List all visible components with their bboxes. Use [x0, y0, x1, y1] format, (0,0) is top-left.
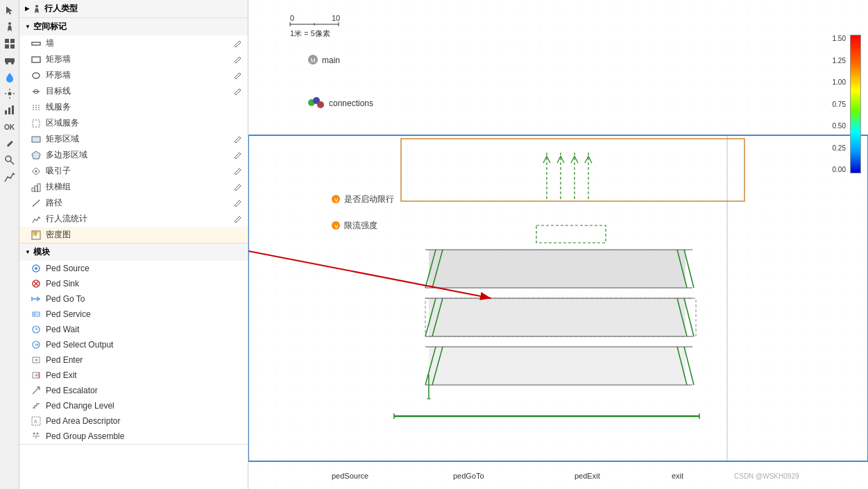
cursor-tool[interactable] — [2, 3, 17, 18]
ring-wall-icon — [31, 70, 42, 81]
item-escalator-group[interactable]: 扶梯组 — [19, 179, 248, 195]
path-edit-icon[interactable] — [232, 198, 242, 208]
item-ped-change-level-label: Ped Change Level — [46, 401, 114, 411]
svg-point-6 — [6, 62, 8, 65]
target-line-icon — [31, 86, 42, 97]
vehicle-tool[interactable] — [2, 53, 17, 68]
path-icon — [31, 198, 42, 209]
svg-rect-1 — [5, 39, 9, 43]
item-line-service[interactable]: 线服务 — [19, 99, 248, 115]
item-ped-change-level[interactable]: Ped Change Level — [19, 398, 248, 413]
triangle-icon: ▶ — [25, 6, 29, 12]
tool-tool[interactable] — [2, 136, 17, 151]
svg-point-18 — [33, 73, 40, 78]
item-density-map-label: 密度图 — [46, 229, 71, 241]
item-ped-goto-label: Ped Go To — [46, 294, 85, 304]
ring-wall-edit-icon[interactable] — [232, 71, 242, 80]
zoom-tool[interactable] — [2, 153, 17, 168]
ped-wait-icon — [31, 324, 42, 335]
item-target-line[interactable]: 目标线 — [19, 83, 248, 99]
pedestrian-tool[interactable] — [2, 19, 17, 35]
line-service-icon — [31, 102, 42, 113]
svg-text:pedGoTo: pedGoTo — [453, 472, 484, 480]
item-ped-service[interactable]: Ped Service — [19, 307, 248, 322]
ok-tool[interactable]: OK — [2, 119, 17, 135]
color-legend — [849, 35, 862, 173]
item-ped-source[interactable]: Ped Source — [19, 261, 248, 276]
item-ped-select-output[interactable]: Ped Select Output — [19, 337, 248, 352]
item-ped-wait[interactable]: Ped Wait — [19, 322, 248, 337]
chart-tool[interactable] — [2, 103, 17, 118]
svg-text:main: main — [322, 55, 340, 65]
svg-text:0: 0 — [290, 14, 294, 22]
rect-wall-edit-icon[interactable] — [232, 55, 242, 65]
item-attractor-label: 吸引子 — [46, 165, 71, 177]
item-density-map[interactable]: 密度图 — [19, 227, 248, 243]
stats-tool[interactable] — [2, 169, 17, 185]
svg-rect-30 — [37, 184, 40, 191]
svg-rect-35 — [33, 234, 35, 236]
svg-point-27 — [35, 170, 37, 172]
item-rect-wall[interactable]: 矩形墙 — [19, 51, 248, 67]
item-ped-group-assemble[interactable]: Ped Group Assemble — [19, 429, 248, 444]
item-line-service-label: 线服务 — [46, 101, 71, 113]
ped-flow-stats-edit-icon[interactable] — [232, 214, 242, 224]
item-ped-wait-label: Ped Wait — [46, 325, 79, 334]
section-header-modules[interactable]: ▼ 模块 — [19, 243, 248, 261]
item-rect-area[interactable]: 矩形区域 — [19, 131, 248, 147]
ped-change-level-icon — [31, 400, 42, 411]
svg-point-8 — [8, 92, 11, 96]
svg-text:CSDN @WSKH0929: CSDN @WSKH0929 — [734, 472, 799, 480]
grid-tool[interactable] — [2, 36, 17, 51]
item-wall[interactable]: 墙 — [19, 35, 248, 51]
item-ring-wall[interactable]: 环形墙 — [19, 67, 248, 83]
rect-area-edit-icon[interactable] — [232, 135, 242, 144]
ped-escalator-icon — [31, 385, 42, 396]
attractor-edit-icon[interactable] — [232, 166, 242, 176]
item-ped-area-descriptor[interactable]: A Ped Area Descriptor — [19, 413, 248, 429]
svg-text:是否启动限行: 是否启动限行 — [344, 194, 394, 204]
legend-val-1: 1.25 — [833, 57, 846, 65]
item-ped-goto[interactable]: Ped Go To — [19, 291, 248, 307]
ped-flow-stats-icon — [31, 214, 42, 225]
item-rect-area-label: 矩形区域 — [46, 133, 79, 145]
ped-goto-icon — [31, 293, 42, 304]
wall-edit-icon[interactable] — [232, 39, 242, 49]
item-area-service[interactable]: 区域服务 — [19, 115, 248, 131]
svg-point-13 — [6, 156, 11, 162]
svg-text:A: A — [34, 419, 37, 424]
item-escalator-group-label: 扶梯组 — [46, 181, 71, 193]
svg-rect-17 — [32, 57, 40, 62]
svg-rect-11 — [12, 105, 14, 114]
escalator-group-edit-icon[interactable] — [232, 182, 242, 192]
item-ped-enter[interactable]: Ped Enter — [19, 352, 248, 368]
svg-line-14 — [10, 161, 14, 164]
item-path[interactable]: 路径 — [19, 195, 248, 211]
density-map-icon — [31, 230, 42, 241]
svg-point-0 — [8, 22, 11, 25]
section-header-pedestrian-type[interactable]: ▶ 行人类型 — [19, 0, 248, 17]
target-line-edit-icon[interactable] — [232, 87, 242, 96]
section-header-spatial[interactable]: ▼ 空间标记 — [19, 18, 248, 35]
svg-text:exit: exit — [672, 472, 683, 480]
canvas-area[interactable]: 0 10 1米 = 5像素 main connections V 是否启动限行 … — [248, 0, 868, 489]
polygon-area-edit-icon[interactable] — [232, 151, 242, 160]
item-attractor[interactable]: 吸引子 — [19, 163, 248, 179]
area-service-icon — [31, 118, 42, 129]
legend-val-2: 1.00 — [833, 78, 846, 86]
item-polygon-area[interactable]: 多边形区域 — [19, 147, 248, 163]
item-area-service-label: 区域服务 — [46, 117, 79, 129]
side-panel: ▶ 行人类型 ▼ 空间标记 墙 矩形 — [19, 0, 248, 489]
item-ring-wall-label: 环形墙 — [46, 69, 71, 81]
svg-marker-26 — [32, 151, 40, 159]
item-ped-exit[interactable]: Ped Exit — [19, 368, 248, 383]
item-ped-sink[interactable]: Ped Sink — [19, 276, 248, 291]
attractor-icon — [31, 166, 42, 177]
settings-tool[interactable] — [2, 86, 17, 101]
polygon-area-icon — [31, 150, 42, 161]
svg-text:V: V — [334, 223, 339, 230]
item-ped-flow-stats[interactable]: 行人流统计 — [19, 211, 248, 227]
item-ped-escalator[interactable]: Ped Escalator — [19, 383, 248, 398]
legend-val-5: 0.25 — [833, 144, 846, 152]
water-tool[interactable] — [2, 69, 17, 85]
